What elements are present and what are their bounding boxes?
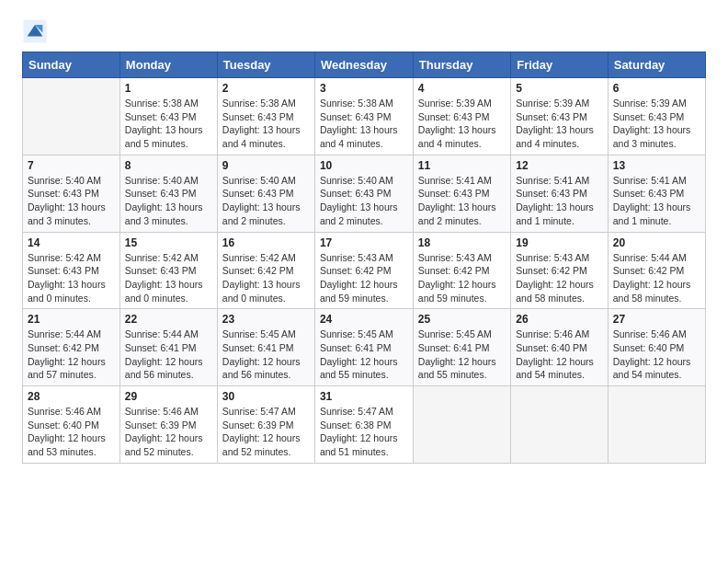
day-info: Sunrise: 5:47 AM Sunset: 6:39 PM Dayligh… — [222, 405, 310, 459]
day-header-wednesday: Wednesday — [314, 52, 413, 78]
calendar-cell: 23Sunrise: 5:45 AM Sunset: 6:41 PM Dayli… — [217, 309, 314, 386]
header — [22, 18, 706, 44]
day-number: 29 — [125, 390, 212, 403]
day-number: 31 — [320, 390, 408, 403]
day-info: Sunrise: 5:42 AM Sunset: 6:43 PM Dayligh… — [28, 251, 115, 305]
calendar-cell: 3Sunrise: 5:38 AM Sunset: 6:43 PM Daylig… — [314, 78, 413, 155]
day-header-thursday: Thursday — [413, 52, 510, 78]
day-info: Sunrise: 5:43 AM Sunset: 6:42 PM Dayligh… — [320, 251, 408, 305]
day-info: Sunrise: 5:41 AM Sunset: 6:43 PM Dayligh… — [613, 174, 700, 228]
calendar-cell — [413, 386, 510, 464]
day-info: Sunrise: 5:39 AM Sunset: 6:43 PM Dayligh… — [613, 97, 700, 151]
calendar-table: SundayMondayTuesdayWednesdayThursdayFrid… — [22, 52, 706, 464]
calendar-cell: 4Sunrise: 5:39 AM Sunset: 6:43 PM Daylig… — [413, 78, 510, 155]
calendar-cell: 15Sunrise: 5:42 AM Sunset: 6:43 PM Dayli… — [119, 232, 217, 309]
day-number: 13 — [613, 159, 700, 172]
calendar-cell: 8Sunrise: 5:40 AM Sunset: 6:43 PM Daylig… — [119, 155, 217, 232]
day-number: 1 — [125, 82, 212, 95]
day-number: 21 — [28, 313, 115, 326]
day-number: 10 — [320, 159, 408, 172]
calendar-cell: 27Sunrise: 5:46 AM Sunset: 6:40 PM Dayli… — [608, 309, 705, 386]
day-number: 9 — [222, 159, 310, 172]
day-info: Sunrise: 5:45 AM Sunset: 6:41 PM Dayligh… — [418, 327, 506, 382]
calendar-cell: 6Sunrise: 5:39 AM Sunset: 6:43 PM Daylig… — [608, 78, 705, 155]
day-number: 17 — [320, 236, 408, 249]
calendar-cell: 19Sunrise: 5:43 AM Sunset: 6:42 PM Dayli… — [511, 232, 609, 309]
day-info: Sunrise: 5:43 AM Sunset: 6:42 PM Dayligh… — [516, 251, 603, 305]
day-info: Sunrise: 5:38 AM Sunset: 6:43 PM Dayligh… — [222, 97, 310, 151]
calendar-cell: 24Sunrise: 5:45 AM Sunset: 6:41 PM Dayli… — [314, 309, 413, 386]
calendar-cell: 22Sunrise: 5:44 AM Sunset: 6:41 PM Dayli… — [119, 309, 217, 386]
day-number: 14 — [28, 236, 115, 249]
day-number: 28 — [28, 390, 115, 403]
calendar-cell: 14Sunrise: 5:42 AM Sunset: 6:43 PM Dayli… — [23, 232, 120, 309]
day-number: 6 — [613, 82, 700, 95]
day-info: Sunrise: 5:46 AM Sunset: 6:40 PM Dayligh… — [613, 327, 700, 382]
day-number: 4 — [418, 82, 506, 95]
calendar-cell: 30Sunrise: 5:47 AM Sunset: 6:39 PM Dayli… — [217, 386, 314, 464]
day-info: Sunrise: 5:44 AM Sunset: 6:41 PM Dayligh… — [125, 327, 212, 382]
calendar-cell: 25Sunrise: 5:45 AM Sunset: 6:41 PM Dayli… — [413, 309, 510, 386]
day-number: 26 — [516, 313, 603, 326]
day-info: Sunrise: 5:39 AM Sunset: 6:43 PM Dayligh… — [516, 97, 603, 151]
logo — [22, 18, 50, 44]
calendar-cell: 2Sunrise: 5:38 AM Sunset: 6:43 PM Daylig… — [217, 78, 314, 155]
day-number: 2 — [222, 82, 310, 95]
day-header-monday: Monday — [119, 52, 217, 78]
calendar-cell: 26Sunrise: 5:46 AM Sunset: 6:40 PM Dayli… — [511, 309, 609, 386]
day-info: Sunrise: 5:38 AM Sunset: 6:43 PM Dayligh… — [125, 97, 212, 151]
day-info: Sunrise: 5:44 AM Sunset: 6:42 PM Dayligh… — [613, 251, 700, 305]
day-number: 27 — [613, 313, 700, 326]
calendar-cell — [511, 386, 609, 464]
day-info: Sunrise: 5:46 AM Sunset: 6:39 PM Dayligh… — [125, 405, 212, 459]
calendar-cell: 10Sunrise: 5:40 AM Sunset: 6:43 PM Dayli… — [314, 155, 413, 232]
day-number: 23 — [222, 313, 310, 326]
day-number: 19 — [516, 236, 603, 249]
calendar-cell: 18Sunrise: 5:43 AM Sunset: 6:42 PM Dayli… — [413, 232, 510, 309]
day-info: Sunrise: 5:41 AM Sunset: 6:43 PM Dayligh… — [516, 174, 603, 228]
day-number: 25 — [418, 313, 506, 326]
calendar-week-1: 1Sunrise: 5:38 AM Sunset: 6:43 PM Daylig… — [23, 78, 706, 155]
calendar-cell: 21Sunrise: 5:44 AM Sunset: 6:42 PM Dayli… — [23, 309, 120, 386]
day-info: Sunrise: 5:45 AM Sunset: 6:41 PM Dayligh… — [222, 327, 310, 382]
calendar-cell — [608, 386, 705, 464]
calendar-cell: 20Sunrise: 5:44 AM Sunset: 6:42 PM Dayli… — [608, 232, 705, 309]
day-info: Sunrise: 5:46 AM Sunset: 6:40 PM Dayligh… — [28, 405, 115, 459]
day-info: Sunrise: 5:43 AM Sunset: 6:42 PM Dayligh… — [418, 251, 506, 305]
logo-icon — [22, 18, 48, 44]
day-info: Sunrise: 5:44 AM Sunset: 6:42 PM Dayligh… — [28, 327, 115, 382]
calendar-week-4: 21Sunrise: 5:44 AM Sunset: 6:42 PM Dayli… — [23, 309, 706, 386]
calendar-cell: 28Sunrise: 5:46 AM Sunset: 6:40 PM Dayli… — [23, 386, 120, 464]
day-header-tuesday: Tuesday — [217, 52, 314, 78]
calendar-cell — [23, 78, 120, 155]
calendar-cell: 16Sunrise: 5:42 AM Sunset: 6:42 PM Dayli… — [217, 232, 314, 309]
day-number: 3 — [320, 82, 408, 95]
day-info: Sunrise: 5:40 AM Sunset: 6:43 PM Dayligh… — [125, 174, 212, 228]
day-number: 20 — [613, 236, 700, 249]
day-number: 11 — [418, 159, 506, 172]
day-info: Sunrise: 5:42 AM Sunset: 6:43 PM Dayligh… — [125, 251, 212, 305]
calendar-cell: 13Sunrise: 5:41 AM Sunset: 6:43 PM Dayli… — [608, 155, 705, 232]
day-info: Sunrise: 5:47 AM Sunset: 6:38 PM Dayligh… — [320, 405, 408, 459]
day-info: Sunrise: 5:41 AM Sunset: 6:43 PM Dayligh… — [418, 174, 506, 228]
calendar-cell: 12Sunrise: 5:41 AM Sunset: 6:43 PM Dayli… — [511, 155, 609, 232]
calendar-cell: 7Sunrise: 5:40 AM Sunset: 6:43 PM Daylig… — [23, 155, 120, 232]
day-info: Sunrise: 5:40 AM Sunset: 6:43 PM Dayligh… — [320, 174, 408, 228]
day-info: Sunrise: 5:40 AM Sunset: 6:43 PM Dayligh… — [28, 174, 115, 228]
calendar-cell: 1Sunrise: 5:38 AM Sunset: 6:43 PM Daylig… — [119, 78, 217, 155]
day-number: 24 — [320, 313, 408, 326]
day-header-friday: Friday — [511, 52, 609, 78]
day-number: 18 — [418, 236, 506, 249]
day-number: 8 — [125, 159, 212, 172]
day-number: 12 — [516, 159, 603, 172]
calendar-week-3: 14Sunrise: 5:42 AM Sunset: 6:43 PM Dayli… — [23, 232, 706, 309]
calendar-cell: 17Sunrise: 5:43 AM Sunset: 6:42 PM Dayli… — [314, 232, 413, 309]
calendar-cell: 9Sunrise: 5:40 AM Sunset: 6:43 PM Daylig… — [217, 155, 314, 232]
day-number: 7 — [28, 159, 115, 172]
day-info: Sunrise: 5:42 AM Sunset: 6:42 PM Dayligh… — [222, 251, 310, 305]
day-header-saturday: Saturday — [608, 52, 705, 78]
day-info: Sunrise: 5:38 AM Sunset: 6:43 PM Dayligh… — [320, 97, 408, 151]
day-info: Sunrise: 5:46 AM Sunset: 6:40 PM Dayligh… — [516, 327, 603, 382]
calendar-cell: 5Sunrise: 5:39 AM Sunset: 6:43 PM Daylig… — [511, 78, 609, 155]
day-number: 16 — [222, 236, 310, 249]
